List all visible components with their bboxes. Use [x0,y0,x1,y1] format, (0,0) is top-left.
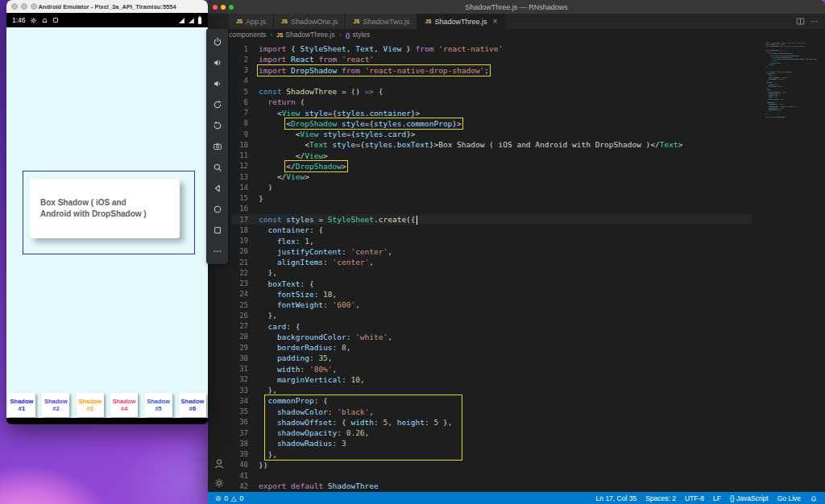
statusbar-item[interactable]: {} JavaScript [730,494,769,502]
highlight-box: import DropShadow from 'react-native-dro… [259,66,489,75]
statusbar-item[interactable]: LF [713,494,721,502]
code-line[interactable]: 10 <Text style={styles.boxText}>Box Shad… [230,139,752,150]
code-line[interactable]: 37 shadowOpacity: 0.26, [230,428,752,438]
code-line[interactable]: 36 shadowOffset: { width: 5, height: 5 }… [230,417,752,428]
maximize-window-button[interactable] [229,5,234,10]
statusbar-item[interactable]: Spaces: 2 [645,494,676,502]
errors-icon[interactable]: ⊘ [215,494,221,502]
warnings-icon[interactable]: △ [231,494,237,502]
minimize-window-button[interactable] [21,3,27,10]
code-line[interactable]: 33 }, [230,385,752,395]
code-line[interactable]: 7 <View style={styles.container}> [230,108,752,118]
code-line[interactable]: 8 <DropShadow style={styles.commonProp}> [230,118,752,129]
code-line[interactable]: 19 flex: 1, [230,236,752,246]
code-line[interactable]: 34 commonProp: { [230,395,752,406]
code-line[interactable]: 13 </View> [230,171,752,182]
line-number: 41 [230,472,248,480]
code-line[interactable]: 6 return ( [230,97,752,107]
code-line[interactable]: 5const ShadowThree = () => { [230,86,752,97]
split-editor-icon[interactable] [796,17,805,26]
tab-ShadowOne.js[interactable]: JSShadowOne.js [274,14,346,29]
shadow-chip: Shadow#6 [179,393,206,417]
errors-count[interactable]: 0 [224,494,228,502]
statusbar-item[interactable]: Go Live [777,494,801,502]
tab-ShadowThree.js[interactable]: JSShadowThree.js× [417,14,505,29]
editor-actions: ⋯ [796,14,825,29]
code-line[interactable]: 31 width: '80%', [230,364,752,374]
vscode-window: ShadowThree.js — RNshadows JSApp.jsJSSha… [208,0,825,504]
breadcrumb-item[interactable]: components [229,31,266,39]
code-line[interactable]: 27 card: { [230,321,752,332]
code-line[interactable]: 17const styles = StyleSheet.create({ [230,214,752,225]
statusbar-item[interactable]: UTF-8 [685,494,704,502]
tab-ShadowTwo.js[interactable]: JSShadowTwo.js [346,14,417,29]
close-window-button[interactable] [11,3,18,10]
emulator-screen[interactable]: Box Shadow ( iOS and Android with DropSh… [6,27,208,418]
statusbar-item[interactable]: Ln 17, Col 35 [596,494,637,502]
code-line[interactable]: 15} [230,193,752,204]
code-line[interactable]: 23 boxText: { [230,279,752,289]
minimize-window-button[interactable] [221,5,226,10]
more-actions-icon[interactable]: ⋯ [810,17,819,26]
zoom-icon[interactable] [213,163,222,172]
code-line[interactable]: 24 fontSize: 18, [230,289,752,300]
rotate-right-icon[interactable] [213,121,222,130]
line-number: 34 [230,397,248,405]
accounts-icon[interactable] [214,458,225,469]
overview-icon[interactable] [213,225,222,235]
battery-icon [197,16,202,24]
close-window-button[interactable] [213,5,218,10]
chevron-right-icon: › [270,31,272,39]
volume-down-icon[interactable] [213,79,222,89]
code-line[interactable]: 18 container: { [230,225,752,235]
code-area[interactable]: 1import { StyleSheet, Text, View } from … [230,43,752,492]
tab-label: App.js [246,18,266,26]
code-line[interactable]: 22 }, [230,267,752,278]
code-line[interactable]: 25 fontWeight: '600', [230,300,752,310]
code-line[interactable]: 11 </View> [230,151,752,161]
code-line[interactable]: 35 shadowColor: 'black', [230,407,752,417]
code-line[interactable]: 16 [230,204,752,214]
home-icon[interactable] [213,204,222,214]
code-line[interactable]: 9 <View style={styles.card}> [230,129,752,139]
minimap[interactable]: import { StyleSheet, Text, View } from '… [765,42,817,477]
code-line[interactable]: 21 alignItems: 'center', [230,257,752,267]
more-options-icon[interactable] [213,246,222,256]
code-line[interactable]: 39 }, [230,449,752,460]
code-line[interactable]: 32 marginVertical: 10, [230,374,752,385]
code-line[interactable]: 3import DropShadow from 'react-native-dr… [230,65,752,76]
breadcrumb-item[interactable]: {}styles [346,31,371,39]
screenshot-camera-icon[interactable] [213,142,222,151]
code-line[interactable]: 26 }, [230,310,752,320]
warnings-count[interactable]: 0 [239,494,243,502]
code-line[interactable]: 42export default ShadowThree [230,481,752,491]
code-line[interactable]: 12 </DropShadow> [230,161,752,171]
maximize-window-button[interactable] [31,3,37,10]
power-icon[interactable] [213,37,222,47]
tab-App.js[interactable]: JSApp.js [229,14,274,29]
code-line[interactable]: 2import React from 'react' [230,54,752,64]
code-line[interactable]: 40}) [230,460,752,470]
code-line[interactable]: 4 [230,76,752,86]
code-line[interactable]: 29 borderRadius: 8, [230,342,752,353]
highlight-box: <DropShadow style={styles.commonProp}> [286,119,461,128]
code-line[interactable]: 30 padding: 35, [230,353,752,363]
rotate-left-icon[interactable] [213,100,222,109]
code-line[interactable]: 20 justifyContent: 'center', [230,246,752,257]
settings-gear-icon[interactable] [214,477,225,489]
line-number: 20 [230,247,248,255]
notifications-bell-icon[interactable] [810,494,818,502]
volume-up-icon[interactable] [213,58,222,68]
code-line[interactable]: 38 shadowRadius: 3 [230,438,752,448]
breadcrumb: components›JSShadowThree.js›{}styles [208,29,825,40]
android-nav-bar[interactable] [6,418,208,424]
shadow-chip: Shadow#1 [8,393,35,417]
js-file-icon: JS [236,19,243,24]
code-line[interactable]: 28 backgroundColor: 'white', [230,332,752,342]
back-icon[interactable] [213,184,222,193]
code-line[interactable]: 41 [230,470,752,481]
code-line[interactable]: 1import { StyleSheet, Text, View } from … [230,43,752,54]
close-tab-icon[interactable]: × [492,17,497,26]
code-line[interactable]: 14 ) [230,182,752,192]
breadcrumb-item[interactable]: JSShadowThree.js [276,31,334,39]
